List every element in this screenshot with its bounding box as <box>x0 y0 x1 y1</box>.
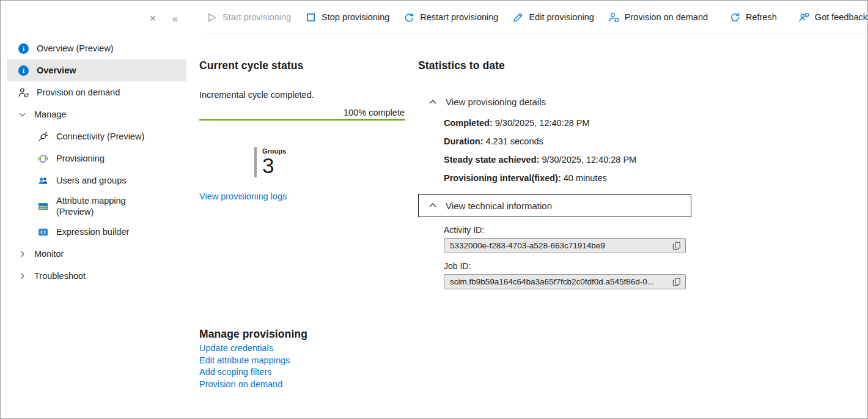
job-id-value: scim.fb9b59a164c64ba3a65f7fcb2c0fdf0d.a5… <box>450 277 669 286</box>
person-sync-icon <box>18 87 29 98</box>
toggle-label: View technical information <box>446 201 552 211</box>
activity-id-label: Activity ID: <box>444 225 691 235</box>
feedback-icon <box>799 12 809 23</box>
current-cycle-heading: Current cycle status <box>199 59 405 72</box>
chevron-up-icon <box>428 98 437 106</box>
chevron-down-icon <box>18 111 26 119</box>
sidebar-item-expression-builder[interactable]: Expression builder <box>7 221 186 243</box>
view-technical-information-toggle[interactable]: View technical information <box>418 194 691 217</box>
view-provisioning-logs-link[interactable]: View provisioning logs <box>199 191 287 201</box>
statistics-section: Statistics to date View provisioning det… <box>418 59 691 289</box>
statistics-heading: Statistics to date <box>418 59 691 72</box>
stat-field-completed: Completed: 9/30/2025, 12:40:28 PM <box>444 118 691 128</box>
stat-value: 9/30/2025, 12:40:28 PM <box>542 155 636 165</box>
groups-count-tile: Groups 3 <box>254 147 405 177</box>
plug-icon <box>38 132 48 142</box>
stat-field-interval: Provisioning interval(fixed): 40 minutes <box>444 173 691 183</box>
sidebar-group-manage[interactable]: Manage <box>7 103 186 125</box>
sidebar-item-provision-on-demand[interactable]: Provision on demand <box>7 81 186 103</box>
edit-icon <box>513 12 523 23</box>
edit-provisioning-button[interactable]: Edit provisioning <box>506 6 601 28</box>
progress-bar <box>199 119 405 121</box>
manage-provisioning-heading: Manage provisioning <box>199 328 307 341</box>
code-icon <box>38 227 48 237</box>
refresh-button[interactable]: Refresh <box>723 6 784 28</box>
sidebar-item-provisioning[interactable]: Provisioning <box>7 147 186 169</box>
copy-icon <box>672 242 681 250</box>
stat-value: 4.231 seconds <box>485 136 543 146</box>
info-icon: i <box>18 65 29 76</box>
sidebar-item-connectivity[interactable]: Connectivity (Preview) <box>7 125 186 147</box>
sidebar-group-monitor[interactable]: Monitor <box>7 243 186 265</box>
stop-provisioning-label: Stop provisioning <box>322 12 389 22</box>
table-icon <box>38 201 48 212</box>
sidebar-item-label: Provisioning <box>56 153 105 164</box>
provision-on-demand-link[interactable]: Provision on demand <box>199 379 307 391</box>
sidebar-item-label: Overview <box>37 65 76 76</box>
sidebar-item-label: Expression builder <box>56 226 129 237</box>
sidebar-group-troubleshoot[interactable]: Troubleshoot <box>7 265 186 287</box>
provisioning-sync-icon <box>38 154 48 164</box>
blade-sidebar: i Overview (Preview) i Overview Provisio… <box>7 37 186 287</box>
toggle-label: View provisioning details <box>446 97 546 107</box>
restart-icon <box>404 12 414 23</box>
restart-provisioning-label: Restart provisioning <box>420 12 498 22</box>
close-blade-button[interactable]: ✕ <box>149 14 156 23</box>
sidebar-item-overview-preview[interactable]: i Overview (Preview) <box>7 37 186 59</box>
restart-provisioning-button[interactable]: Restart provisioning <box>397 6 506 28</box>
provisioning-overview-page: ✕ « Start provisioning Stop provisioning… <box>0 0 868 419</box>
activity-id-field: 5332000e-f283-4703-a528-663c71914be9 <box>444 238 686 253</box>
sidebar-item-label: Attribute mapping (Preview) <box>56 195 148 217</box>
stat-label: Duration: <box>444 136 483 146</box>
current-cycle-section: Current cycle status Incremental cycle c… <box>199 59 405 202</box>
sidebar-item-label: Connectivity (Preview) <box>56 131 144 142</box>
add-scoping-filters-link[interactable]: Add scoping filters <box>199 366 307 379</box>
collapse-menu-button[interactable]: « <box>172 14 178 24</box>
sidebar-item-overview[interactable]: i Overview <box>7 59 186 81</box>
refresh-icon <box>730 12 740 23</box>
stat-value: 9/30/2025, 12:40:28 PM <box>495 118 590 128</box>
people-icon <box>38 176 48 186</box>
manage-provisioning-section: Manage provisioning Update credentials E… <box>199 328 307 390</box>
stat-value: 40 minutes <box>564 173 607 183</box>
play-icon <box>207 12 217 23</box>
sidebar-item-label: Troubleshoot <box>34 270 86 281</box>
stop-icon <box>306 12 316 23</box>
job-id-label: Job ID: <box>444 261 691 271</box>
tile-count: 3 <box>262 155 286 177</box>
start-provisioning-label: Start provisioning <box>223 12 291 22</box>
provision-on-demand-button[interactable]: Provision on demand <box>601 6 715 28</box>
command-toolbar: Start provisioning Stop provisioning Res… <box>204 1 867 34</box>
progress-percent-label: 100% complete <box>199 108 405 117</box>
sidebar-item-attribute-mapping[interactable]: Attribute mapping (Preview) <box>7 191 186 221</box>
stat-label: Completed: <box>444 118 493 128</box>
got-feedback-label: Got feedback? <box>815 12 868 22</box>
job-id-field: scim.fb9b59a164c64ba3a65f7fcb2c0fdf0d.a5… <box>444 274 686 289</box>
update-credentials-link[interactable]: Update credentials <box>199 343 307 355</box>
sidebar-item-users-and-groups[interactable]: Users and groups <box>7 169 186 191</box>
tile-accent-bar <box>254 147 257 177</box>
cycle-status-text: Incremental cycle completed. <box>199 90 405 100</box>
sidebar-item-label: Provision on demand <box>37 87 120 98</box>
chevron-right-icon <box>18 250 26 258</box>
edit-provisioning-label: Edit provisioning <box>529 12 594 22</box>
copy-job-id-button[interactable] <box>672 278 681 286</box>
sidebar-item-label: Overview (Preview) <box>37 43 114 54</box>
activity-id-value: 5332000e-f283-4703-a528-663c71914be9 <box>450 241 669 250</box>
stat-field-steady-state: Steady state achieved: 9/30/2025, 12:40:… <box>444 155 691 165</box>
stat-label: Provisioning interval(fixed): <box>444 173 561 183</box>
provision-on-demand-label: Provision on demand <box>625 12 708 22</box>
info-icon: i <box>18 43 29 54</box>
sidebar-item-label: Users and groups <box>56 175 126 186</box>
chevron-up-icon <box>428 201 437 210</box>
stop-provisioning-button[interactable]: Stop provisioning <box>298 6 397 28</box>
view-provisioning-details-toggle[interactable]: View provisioning details <box>418 97 691 107</box>
got-feedback-button[interactable]: Got feedback? <box>792 6 868 28</box>
copy-activity-id-button[interactable] <box>672 242 681 250</box>
start-provisioning-button[interactable]: Start provisioning <box>204 6 298 28</box>
sidebar-item-label: Monitor <box>34 248 64 259</box>
provisioning-details-fields: Completed: 9/30/2025, 12:40:28 PM Durati… <box>444 118 691 183</box>
edit-attribute-mappings-link[interactable]: Edit attribute mappings <box>199 355 307 367</box>
stat-label: Steady state achieved: <box>444 155 539 165</box>
sidebar-item-label: Manage <box>34 109 66 120</box>
